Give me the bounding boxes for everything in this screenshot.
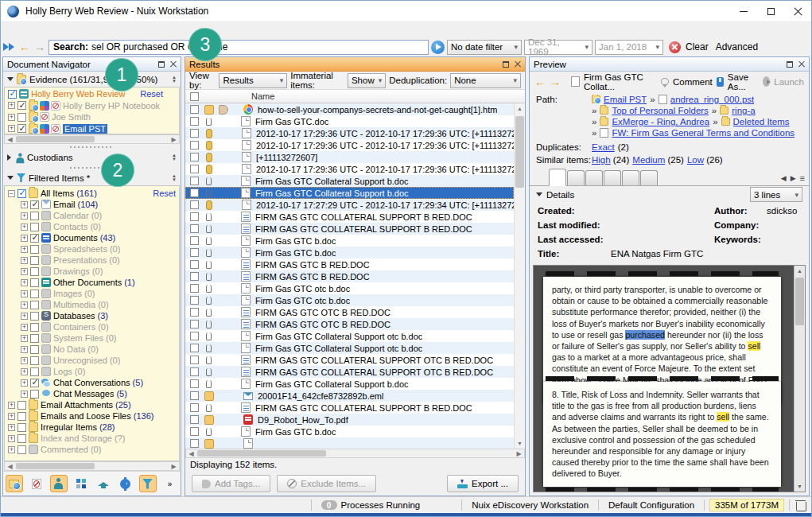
- checkbox[interactable]: [17, 124, 26, 133]
- minimize-button[interactable]: [730, 1, 757, 21]
- vertical-scrollbar[interactable]: ▲▼: [794, 266, 805, 492]
- similar-link[interactable]: Medium: [632, 155, 665, 165]
- row-checkbox[interactable]: [190, 439, 199, 448]
- toolbar-toggle[interactable]: [50, 475, 68, 492]
- filter-tree-item[interactable]: + Containers (0): [5, 321, 179, 332]
- preview-tab[interactable]: [640, 170, 658, 185]
- expander-icon[interactable]: +: [8, 413, 15, 420]
- row-checkbox[interactable]: [190, 391, 199, 400]
- filter-tree-item[interactable]: + Images (0): [5, 288, 179, 299]
- view-by-select[interactable]: Results▾: [219, 73, 287, 88]
- expander-icon[interactable]: +: [8, 102, 15, 109]
- checkbox[interactable]: [30, 390, 39, 398]
- row-checkbox[interactable]: [190, 153, 199, 161]
- tab-list-icon[interactable]: ≡: [800, 173, 805, 183]
- expander-icon[interactable]: +: [21, 357, 28, 364]
- row-checkbox[interactable]: [190, 236, 199, 245]
- previous-item-icon[interactable]: ←: [534, 76, 546, 87]
- result-row[interactable]: 2012-10-17 17:29:36 UTC - 2012-10-17 17:…: [185, 139, 514, 151]
- preview-tab[interactable]: [585, 170, 603, 185]
- row-checkbox[interactable]: [190, 129, 199, 138]
- row-checkbox[interactable]: [190, 272, 199, 281]
- filter-tree-item[interactable]: + Contacts (0): [5, 221, 179, 232]
- filter-tree-item[interactable]: + System Files (0): [5, 332, 179, 344]
- results-column-header[interactable]: Name: [185, 90, 525, 103]
- reset-link[interactable]: Reset: [140, 89, 179, 99]
- result-row[interactable]: FIRM GAS GTC OTC B RED.DOC: [185, 318, 514, 330]
- panel-close-icon[interactable]: [515, 61, 521, 68]
- result-row[interactable]: FIRM GAS GTC COLLATERAL SUPPORT OTC B RE…: [185, 354, 514, 366]
- horizontal-scrollbar[interactable]: ◀▶: [185, 449, 525, 458]
- lines-select[interactable]: 3 lines▾: [750, 187, 802, 202]
- exclude-items-button[interactable]: Exclude Items...: [277, 475, 376, 492]
- menu-item[interactable]: [26, 29, 39, 32]
- evidence-tree-row[interactable]: Holly Berry Web Review Reset: [5, 88, 179, 100]
- filter-tree-item[interactable]: + Databases (3): [5, 310, 179, 321]
- panel-maximize-icon[interactable]: [787, 61, 793, 68]
- row-checkbox[interactable]: [190, 284, 199, 293]
- row-checkbox[interactable]: [190, 367, 199, 376]
- result-row[interactable]: Firm Gas GTC b.doc: [185, 426, 514, 437]
- menu-item[interactable]: [14, 29, 26, 32]
- row-checkbox[interactable]: [190, 165, 199, 173]
- result-row[interactable]: [185, 437, 514, 449]
- checkbox[interactable]: [17, 401, 26, 410]
- save-as-button[interactable]: Save As...: [728, 72, 759, 91]
- result-row[interactable]: Firm Gas GTC Collateral Support otc b.do…: [185, 342, 514, 354]
- select-all-checkbox[interactable]: [190, 92, 199, 101]
- launch-button[interactable]: Launch: [774, 77, 804, 87]
- filter-tree-item[interactable]: − All Items (161) Reset: [5, 188, 179, 199]
- checkbox[interactable]: [30, 334, 39, 343]
- filter-tree-item[interactable]: + Logs (0): [5, 366, 179, 377]
- evidence-section-header[interactable]: Evidence (161/31,963 = 0.50%) ▲▼: [3, 72, 181, 87]
- panel-close-icon[interactable]: [170, 61, 177, 68]
- expander-icon[interactable]: +: [21, 201, 28, 208]
- checkbox[interactable]: [30, 267, 39, 276]
- checkbox[interactable]: [30, 301, 39, 309]
- result-row[interactable]: 2012-10-17 17:29:36 UTC - 2012-10-17 17:…: [185, 127, 514, 139]
- filter-tree-item[interactable]: + Calendar (0): [5, 210, 179, 221]
- expander-icon[interactable]: +: [21, 301, 28, 309]
- expander-icon[interactable]: +: [8, 125, 15, 132]
- section-reorder-icon[interactable]: ▲▼: [172, 154, 177, 161]
- add-tags-button[interactable]: Add Tags...: [192, 475, 270, 492]
- toolbar-toggle[interactable]: [139, 475, 157, 492]
- menu-item[interactable]: [103, 29, 115, 32]
- checkbox[interactable]: [17, 434, 26, 443]
- filter-tree-item[interactable]: + Documents (43): [5, 232, 179, 243]
- row-checkbox[interactable]: [190, 260, 199, 269]
- filter-tree-item[interactable]: + Multimedia (0): [5, 299, 179, 310]
- filter-tree-item[interactable]: + Unrecognised (0): [5, 355, 179, 366]
- expander-icon[interactable]: +: [21, 257, 28, 264]
- toolbar-toggle[interactable]: [95, 475, 112, 492]
- search-input[interactable]: Search: sel OR purchased OR GoPhone: [49, 40, 429, 55]
- date-from-select[interactable]: Dec 31, 1969▾: [524, 40, 592, 55]
- row-checkbox[interactable]: [190, 189, 199, 197]
- filtered-items-section-header[interactable]: Filtered Items * ▲▼: [3, 170, 181, 185]
- row-checkbox[interactable]: [190, 403, 199, 412]
- similar-link[interactable]: High: [592, 155, 611, 165]
- row-checkbox[interactable]: [190, 141, 199, 150]
- result-row[interactable]: FIRM GAS GTC COLLATERAL SUPPORT OTC B RE…: [185, 366, 514, 378]
- checkbox[interactable]: [30, 356, 39, 365]
- checkbox[interactable]: [30, 345, 39, 354]
- path-link[interactable]: ExMerge - Ring, Andrea: [612, 117, 709, 126]
- result-row[interactable]: [+11113272607]: [185, 151, 514, 163]
- expander-icon[interactable]: +: [21, 246, 28, 253]
- expander-icon[interactable]: +: [8, 435, 15, 442]
- checkbox[interactable]: [17, 412, 26, 421]
- row-checkbox[interactable]: [190, 332, 199, 340]
- path-link[interactable]: Top of Personal Folders: [612, 106, 708, 115]
- path-link[interactable]: FW: Firm Gas General Terms and Condition…: [612, 128, 795, 138]
- expander-icon[interactable]: +: [21, 324, 28, 331]
- result-row[interactable]: Firm Gas GTC otc b.doc: [185, 294, 514, 306]
- expand-icon[interactable]: [7, 154, 11, 161]
- path-link[interactable]: ring-a: [732, 106, 755, 115]
- row-checkbox[interactable]: [190, 379, 199, 388]
- garbage-collect-icon[interactable]: [796, 500, 805, 511]
- checkbox[interactable]: [30, 245, 39, 254]
- checkbox[interactable]: [30, 234, 39, 243]
- filter-tree-item[interactable]: + Chat Conversations (5): [5, 377, 179, 388]
- panel-maximize-icon[interactable]: [158, 61, 165, 68]
- evidence-tree-row[interactable]: + Email PST: [5, 123, 179, 135]
